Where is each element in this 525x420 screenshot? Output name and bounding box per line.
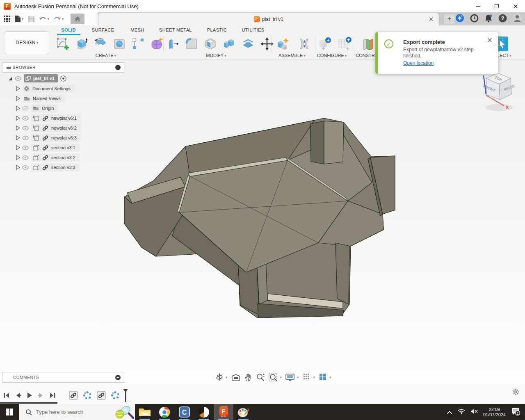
undo-button[interactable]	[39, 16, 50, 22]
home-view-button[interactable]	[71, 14, 84, 24]
tab-mesh[interactable]: MESH	[130, 27, 144, 32]
timeline-feature-component[interactable]	[97, 391, 106, 402]
fit-button[interactable]	[269, 373, 282, 382]
visibility-eye-icon[interactable]	[22, 116, 29, 121]
display-settings-button[interactable]	[285, 373, 299, 382]
app-grid-button[interactable]	[3, 15, 11, 23]
timeline-settings-gear-icon[interactable]	[512, 388, 519, 397]
browser-row-named-views[interactable]: Named Views	[16, 94, 65, 103]
browser-row-document-settings[interactable]: Document Settings	[16, 84, 75, 93]
configuration-table-button[interactable]	[337, 36, 352, 52]
expand-caret-icon[interactable]	[16, 165, 20, 170]
split-body-button[interactable]	[240, 36, 256, 52]
view-cube[interactable]: TOP FRONT RIGHT X	[474, 70, 519, 117]
timeline-skip-end-button[interactable]	[49, 392, 56, 400]
configuration-button[interactable]	[317, 36, 333, 52]
collapse-panel-icon[interactable]: ◀◀	[6, 66, 10, 70]
create-form-button[interactable]	[149, 36, 165, 52]
activate-component-radio[interactable]	[60, 75, 66, 82]
taskbar-chrome[interactable]	[155, 404, 174, 420]
visibility-eye-icon[interactable]	[22, 165, 29, 170]
tennis-widget-icon[interactable]	[113, 405, 134, 419]
comments-panel[interactable]: COMMENTS +	[2, 372, 124, 383]
help-button[interactable]: ?	[498, 14, 507, 24]
workspace-selector[interactable]: DESIGN	[5, 31, 49, 54]
tab-sheet-metal[interactable]: SHEET METAL	[159, 27, 192, 32]
timeline-feature-joint[interactable]	[83, 391, 92, 402]
start-button[interactable]	[0, 404, 19, 420]
expand-caret-icon[interactable]	[8, 76, 12, 81]
new-component-button[interactable]	[275, 36, 291, 52]
expand-caret-icon[interactable]	[16, 155, 20, 160]
expand-caret-icon[interactable]	[16, 86, 20, 91]
close-button[interactable]: ✕	[506, 0, 525, 12]
taskbar-paint-app[interactable]	[233, 404, 253, 420]
browser-row-origin[interactable]: Origin	[16, 104, 58, 112]
look-at-button[interactable]	[231, 373, 240, 381]
fillet-button[interactable]	[184, 36, 199, 52]
redo-button[interactable]	[53, 16, 64, 22]
visibility-eye-icon[interactable]	[22, 155, 29, 160]
orbit-button[interactable]	[215, 373, 228, 382]
configure-group-label[interactable]: CONFIGURE	[317, 53, 347, 58]
expand-caret-icon[interactable]	[16, 96, 20, 101]
tray-chevron-icon[interactable]	[447, 409, 452, 416]
taskbar-search[interactable]	[19, 404, 135, 420]
construct-plane-button[interactable]	[360, 36, 376, 52]
timeline-playhead[interactable]	[122, 388, 129, 404]
combine-button[interactable]	[221, 36, 237, 52]
press-pull-button[interactable]	[165, 36, 180, 52]
timeline-scroll-track[interactable]	[0, 402, 57, 404]
browser-row-section-3[interactable]: section v3:3	[16, 163, 80, 171]
action-center-button[interactable]: 1	[511, 407, 520, 417]
wifi-icon[interactable]	[458, 409, 465, 416]
account-avatar[interactable]	[513, 14, 522, 24]
assemble-group-label[interactable]: ASSEMBLE	[278, 53, 306, 58]
browser-row-newplat-3[interactable]: newplat v6:3	[16, 134, 81, 142]
expand-caret-icon[interactable]	[16, 106, 20, 111]
tray-clock[interactable]: 22:09 01/07/2024	[483, 407, 506, 418]
timeline-step-forward-button[interactable]	[38, 392, 44, 400]
joint-button[interactable]	[297, 36, 312, 52]
expand-caret-icon[interactable]	[16, 126, 20, 130]
zoom-button[interactable]	[256, 373, 265, 382]
revolve-button[interactable]	[93, 36, 108, 52]
file-menu-button[interactable]	[15, 15, 24, 23]
browser-row-section-1[interactable]: section v3:1	[16, 144, 80, 152]
visibility-eye-icon[interactable]	[22, 136, 29, 140]
tab-solid[interactable]: SOLID	[61, 27, 76, 32]
timeline-feature-component[interactable]	[69, 391, 78, 402]
timeline-step-back-button[interactable]	[15, 392, 21, 400]
browser-row-newplat-1[interactable]: newplat v6:1	[16, 114, 81, 122]
browser-row-section-2[interactable]: section v3:2	[16, 153, 80, 162]
timeline-feature-joint[interactable]	[111, 391, 120, 402]
notifications-button[interactable]	[484, 14, 493, 24]
minimize-button[interactable]	[468, 0, 487, 12]
search-input[interactable]	[36, 409, 110, 415]
shell-button[interactable]	[203, 36, 218, 52]
taskbar-cura[interactable]: C	[174, 404, 194, 420]
expand-caret-icon[interactable]	[16, 135, 20, 140]
new-tab-button[interactable]: +	[444, 14, 454, 24]
pattern-button[interactable]	[130, 36, 146, 52]
visibility-eye-icon[interactable]	[22, 126, 29, 130]
volume-muted-icon[interactable]	[470, 409, 478, 416]
job-status-button[interactable]	[470, 14, 479, 24]
pan-button[interactable]	[244, 373, 252, 382]
tab-close-icon[interactable]: ✕	[427, 16, 435, 23]
visibility-eye-icon[interactable]	[22, 146, 29, 150]
taskbar-slicer[interactable]	[194, 404, 214, 420]
timeline-play-button[interactable]	[26, 392, 33, 401]
extrude-button[interactable]	[74, 36, 89, 52]
hole-button[interactable]	[112, 36, 127, 52]
create-sketch-button[interactable]	[55, 36, 71, 52]
assistant-button[interactable]	[455, 14, 464, 24]
taskbar-fusion[interactable]: FFUS	[214, 404, 233, 420]
expand-caret-icon[interactable]	[16, 145, 20, 150]
visibility-off-eye-icon[interactable]	[22, 106, 29, 111]
browser-minimize-icon[interactable]: −	[115, 65, 121, 70]
modify-group-label[interactable]: MODIFY	[206, 53, 226, 58]
notification-close-icon[interactable]: ✕	[487, 36, 493, 45]
create-group-label[interactable]: CREATE	[96, 53, 116, 58]
visibility-eye-icon[interactable]	[15, 76, 21, 81]
